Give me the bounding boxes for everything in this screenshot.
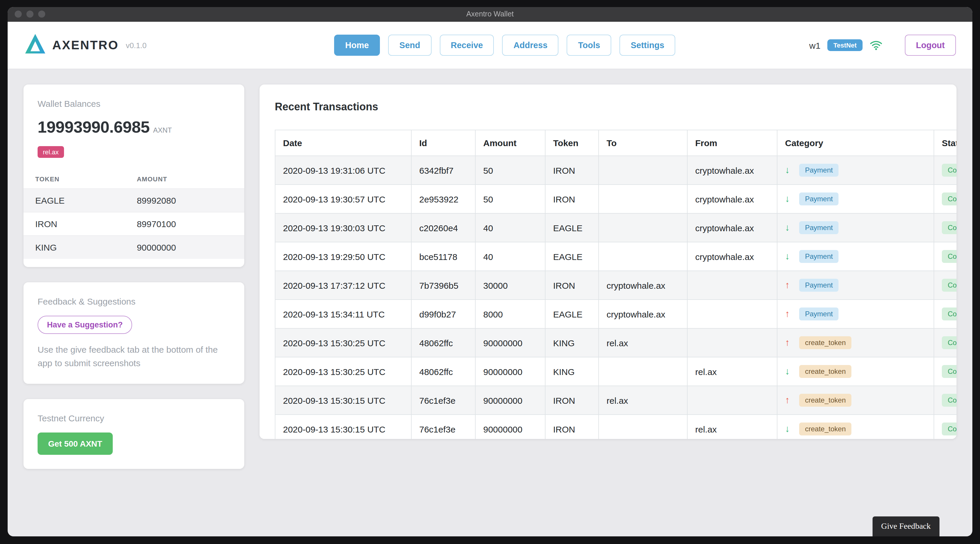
wifi-icon [870, 39, 883, 52]
have-suggestion-button[interactable]: Have a Suggestion? [38, 316, 132, 334]
tx-from [687, 271, 777, 300]
tx-status: Completed [934, 156, 956, 184]
feedback-title: Feedback & Suggestions [38, 297, 230, 306]
tx-amount: 90000000 [475, 328, 545, 357]
brand-name: AXENTRO [52, 38, 119, 52]
token-table-header-row: TOKEN AMOUNT [24, 170, 244, 189]
app-body: Wallet Balances 19993990.6985 AXNT rel.a… [8, 69, 972, 484]
nav-settings[interactable]: Settings [619, 35, 675, 56]
tx-category: ↓create_token [777, 415, 934, 439]
network-badge: TestNet [827, 39, 862, 51]
app-window: Axentro Wallet [8, 7, 972, 536]
testnet-title: Testnet Currency [38, 413, 230, 423]
category-badge: Payment [799, 164, 839, 177]
header-amount: Amount [475, 130, 545, 156]
tx-token: IRON [545, 386, 599, 415]
status-badge: Completed [942, 221, 956, 234]
tx-to [599, 156, 687, 184]
tx-date: 2020-09-13 19:30:57 UTC [275, 184, 411, 213]
header-category: Category [777, 130, 934, 156]
tx-category: ↑create_token [777, 386, 934, 415]
token-row: IRON 89970100 [24, 212, 244, 236]
brand-version: v0.1.0 [126, 41, 146, 49]
tx-id: 6342fbf7 [411, 156, 475, 184]
header-from: From [687, 130, 777, 156]
amount-column-header: AMOUNT [125, 170, 244, 189]
testnet-currency-card: Testnet Currency Get 500 AXNT [24, 399, 244, 469]
category-badge: create_token [799, 365, 852, 378]
tx-token: IRON [545, 156, 599, 184]
transaction-row: 2020-09-13 15:30:25 UTC48062ffc90000000K… [275, 357, 956, 386]
incoming-arrow-icon: ↓ [785, 424, 794, 434]
get-axnt-button[interactable]: Get 500 AXNT [38, 433, 113, 455]
balance-line: 19993990.6985 AXNT [38, 118, 230, 137]
transaction-row: 2020-09-13 19:31:06 UTC6342fbf750IRONcry… [275, 156, 956, 184]
tx-token: KING [545, 328, 599, 357]
tx-date: 2020-09-13 19:30:03 UTC [275, 213, 411, 242]
tx-to: rel.ax [599, 328, 687, 357]
tx-date: 2020-09-13 19:31:06 UTC [275, 156, 411, 184]
tx-from: cryptowhale.ax [687, 213, 777, 242]
outgoing-arrow-icon: ↑ [785, 309, 794, 319]
logout-button[interactable]: Logout [905, 35, 956, 56]
token-column-header: TOKEN [24, 170, 125, 189]
tx-category: ↑Payment [777, 271, 934, 300]
tx-id: bce51178 [411, 242, 475, 271]
category-badge: create_token [799, 422, 852, 435]
tx-from [687, 386, 777, 415]
transaction-row: 2020-09-13 19:30:03 UTCc20260e440EAGLEcr… [275, 213, 956, 242]
tx-id: 48062ffc [411, 357, 475, 386]
tx-amount: 90000000 [475, 415, 545, 439]
transactions-header-row: Date Id Amount Token To From Category St… [275, 130, 956, 156]
tx-category: ↓Payment [777, 156, 934, 184]
token-row: KING 90000000 [24, 236, 244, 259]
header-id: Id [411, 130, 475, 156]
tx-token: EAGLE [545, 300, 599, 328]
tx-date: 2020-09-13 19:29:50 UTC [275, 242, 411, 271]
transaction-row: 2020-09-13 19:30:57 UTC2e95392250IRONcry… [275, 184, 956, 213]
status-badge: Completed [942, 279, 956, 292]
tx-to [599, 242, 687, 271]
nav-send[interactable]: Send [388, 35, 431, 56]
category-badge: create_token [799, 394, 852, 407]
token-amount: 89970100 [125, 212, 244, 236]
tx-to: rel.ax [599, 386, 687, 415]
incoming-arrow-icon: ↓ [785, 366, 794, 377]
token-name: KING [24, 236, 125, 259]
category-badge: create_token [799, 336, 852, 349]
status-badge: Completed [942, 164, 956, 177]
transaction-row: 2020-09-13 15:30:15 UTC76c1ef3e90000000I… [275, 386, 956, 415]
titlebar: Axentro Wallet [8, 7, 972, 22]
tx-date: 2020-09-13 15:30:25 UTC [275, 328, 411, 357]
tx-from: cryptowhale.ax [687, 242, 777, 271]
token-amount: 90000000 [125, 236, 244, 259]
tx-amount: 90000000 [475, 386, 545, 415]
wallet-address-badge: rel.ax [38, 146, 64, 158]
tx-amount: 40 [475, 242, 545, 271]
tx-status: Completed [934, 415, 956, 439]
tx-token: IRON [545, 271, 599, 300]
token-balance-table: TOKEN AMOUNT EAGLE 89992080 IRON 8 [24, 170, 244, 259]
feedback-help-text: Use the give feedback tab at the bottom … [38, 343, 230, 370]
category-badge: Payment [799, 221, 839, 234]
give-feedback-tab[interactable]: Give Feedback [872, 516, 940, 536]
nav-home[interactable]: Home [334, 35, 380, 56]
tx-category: ↓Payment [777, 242, 934, 271]
nav-receive[interactable]: Receive [439, 35, 494, 56]
category-badge: Payment [799, 308, 839, 320]
transaction-row: 2020-09-13 19:29:50 UTCbce5117840EAGLEcr… [275, 242, 956, 271]
tx-id: 2e953922 [411, 184, 475, 213]
nav-tools[interactable]: Tools [567, 35, 611, 56]
tx-to: cryptowhale.ax [599, 300, 687, 328]
tx-token: EAGLE [545, 242, 599, 271]
axentro-logo-icon [24, 33, 46, 57]
tx-from: rel.ax [687, 415, 777, 439]
header-token: Token [545, 130, 599, 156]
tx-id: 76c1ef3e [411, 415, 475, 439]
tx-amount: 90000000 [475, 357, 545, 386]
tx-category: ↑Payment [777, 300, 934, 328]
tx-category: ↑create_token [777, 328, 934, 357]
nav-address[interactable]: Address [502, 35, 559, 56]
tx-id: 48062ffc [411, 328, 475, 357]
tx-date: 2020-09-13 15:30:25 UTC [275, 357, 411, 386]
